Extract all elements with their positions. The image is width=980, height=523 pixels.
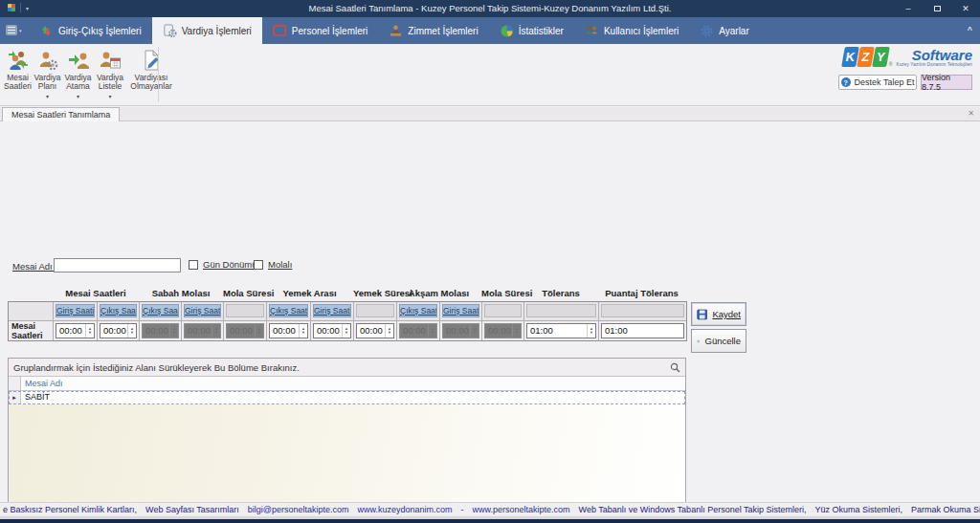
question-icon: ? (841, 77, 851, 87)
checkbox-icon[interactable] (189, 260, 198, 270)
column-header-button[interactable]: Giriş Saati (184, 304, 221, 317)
spinner-arrows-icon[interactable]: ▲▼ (342, 324, 350, 338)
group-by-panel[interactable]: Gruplandırmak İçin İstediğiniz Alanı Sür… (9, 359, 685, 377)
cikis-saati-spinner[interactable]: 00:00▲▼ (100, 323, 137, 338)
row-indicator-column (9, 377, 21, 390)
tab-vardiya-islemleri[interactable]: Vardiya İşlemleri (152, 17, 262, 44)
shift-list-calendar-icon (99, 49, 122, 72)
work-hours-people-icon (7, 49, 30, 72)
yemek-suresi-spinner[interactable]: 00:00▲▼ (356, 323, 394, 338)
website-link[interactable]: www.kuzeydonanim.com (357, 505, 452, 514)
grid-cell-mesai-adi[interactable]: SABİT (21, 391, 685, 404)
ribbon-button-label: Vardiya Atama (62, 74, 94, 91)
vardiyasi-olmayanlar-button[interactable]: Vardiyası Olmayanlar (126, 46, 176, 103)
group-header: Sabah Molası (139, 288, 223, 299)
doc-tab-mesai-saatleri-tanimlama[interactable]: Mesai Saatleri Tanımlama (2, 107, 120, 121)
logo-letter-y: Y (872, 47, 890, 67)
gun-donumu-checkbox[interactable]: Gün Dönümü (189, 259, 257, 270)
spinner-arrows-icon[interactable]: ▲▼ (85, 324, 94, 338)
vardiya-atama-button[interactable]: Vardiya Atama ▾ (62, 46, 94, 103)
tab-giris-cikis-islemleri[interactable]: Giriş-Çıkış İşlemleri (29, 17, 152, 44)
document-tab-strip: Mesai Saatleri Tanımlama ✕ (0, 107, 980, 121)
ribbon-collapse-button[interactable]: ^ (968, 25, 972, 34)
users-icon (585, 24, 599, 38)
mesai-saatleri-button[interactable]: Mesai Saatleri (3, 46, 33, 103)
in-out-arrows-icon (39, 24, 54, 38)
mesai-adi-input[interactable] (54, 258, 181, 272)
support-request-button[interactable]: ? Destek Talep Et (838, 75, 917, 90)
registered-mark: ® (889, 61, 893, 67)
spinner-arrows-icon[interactable]: ▲▼ (299, 324, 307, 338)
spinner-arrows-icon[interactable]: ▲▼ (127, 324, 136, 338)
tab-ayarlar[interactable]: Ayarlar (689, 17, 760, 44)
column-header-button[interactable]: Giriş Saati (313, 304, 351, 317)
group-header: Yemek Süresi (353, 288, 396, 299)
pie-chart-icon (500, 24, 514, 38)
status-bar: e Baskısız Personel Kimlik Kartları, Web… (0, 502, 980, 516)
maximize-button[interactable] (923, 0, 951, 17)
status-text: Web Tabanlı ve Windows Tabanlı Personel … (579, 505, 807, 514)
aksam-giris-spinner: 00:00▲▼ (442, 323, 479, 338)
group-header: Mesai Saatleri (53, 288, 139, 299)
search-icon[interactable] (670, 362, 680, 373)
group-header: Puantaj Tölerans (598, 288, 685, 299)
column-header-button[interactable]: Giriş Saati (56, 304, 95, 317)
email-link[interactable]: bilgi@personeltakipte.com (248, 505, 349, 514)
checkbox-label: Gün Dönümü (203, 259, 257, 270)
document-pencil-icon (140, 49, 163, 72)
vardiya-plani-button[interactable]: Vardiya Planı ▾ (33, 46, 62, 103)
column-header-button[interactable]: Giriş Saati (442, 304, 479, 317)
maximize-icon (934, 6, 941, 11)
ribbon-button-label: Vardiya Planı (33, 74, 62, 91)
minimize-button[interactable]: – (894, 0, 923, 17)
column-header-button[interactable]: Çıkış Saati (142, 304, 179, 317)
close-button[interactable]: ✕ (951, 0, 980, 17)
shift-assign-icon (67, 49, 90, 72)
yemek-giris-spinner[interactable]: 00:00▲▼ (313, 323, 351, 338)
personnel-badge-icon (273, 24, 287, 38)
app-menu-button[interactable]: ▾ (6, 25, 22, 35)
tolerans-spinner[interactable]: 01:00▲▼ (526, 323, 596, 338)
worktable-data-row: Mesai Saatleri 00:00▲▼ 00:00▲▼ 00:00▲▼ 0… (9, 320, 686, 340)
application-window: ▾ Mesai Saatleri Tanımlama - Kuzey Perso… (0, 0, 980, 523)
giris-saati-spinner[interactable]: 00:00▲▼ (56, 323, 95, 338)
save-button[interactable]: Kaydet (691, 302, 746, 326)
column-header-button[interactable]: Çıkış Saati (100, 304, 137, 317)
website-link[interactable]: www.personeltakipte.com (473, 505, 570, 514)
group-header: Mola Süresi (481, 288, 523, 299)
status-text: e Baskısız Personel Kimlik Kartları, (3, 505, 137, 514)
vardiya-listele-button[interactable]: Vardiya Listele ▾ (94, 46, 126, 103)
column-header-button[interactable]: Çıkış Saati (269, 304, 308, 317)
tab-istatistikler[interactable]: İstatistikler (489, 17, 574, 44)
spinner-arrows-icon: ▲▼ (470, 324, 479, 338)
tab-kullanici-islemleri[interactable]: Kullanıcı İşlemleri (574, 17, 689, 44)
column-header-blank (484, 304, 522, 317)
molali-checkbox[interactable]: Molalı (254, 259, 292, 270)
grid-row-sabit[interactable]: ▸ SABİT (9, 391, 685, 404)
doc-tab-close-icon[interactable]: ✕ (968, 109, 974, 118)
aksam-cikis-spinner: 00:00▲▼ (399, 323, 437, 338)
sabah-giris-spinner: 00:00▲▼ (184, 323, 221, 338)
update-button-label: Güncelle (705, 336, 742, 346)
spinner-arrows-icon: ▲▼ (212, 324, 220, 338)
tab-zimmet-islemleri[interactable]: Zimmet İşlemleri (378, 17, 488, 44)
spinner-arrows-icon[interactable]: ▲▼ (385, 324, 393, 338)
column-header-button[interactable]: Çıkış Saati (399, 304, 437, 317)
spinner-arrows-icon[interactable]: ▲▼ (587, 324, 595, 338)
tab-label: Personel İşlemleri (292, 26, 368, 36)
puantaj-tolerans-input[interactable]: 01:00 (601, 323, 684, 338)
yemek-cikis-spinner[interactable]: 00:00▲▼ (269, 323, 308, 338)
column-header-mesai-adi[interactable]: Mesai Adı (21, 377, 685, 390)
ribbon-button-label: Mesai Saatleri (3, 74, 33, 91)
worktable-subheader-row: Giriş Saati Çıkış Saati Çıkış Saati Giri… (9, 302, 686, 320)
checkbox-icon[interactable] (254, 260, 263, 270)
tab-label: Kullanıcı İşlemleri (604, 26, 679, 36)
column-header-blank (601, 304, 684, 317)
tab-label: Ayarlar (719, 26, 749, 36)
tab-label: Giriş-Çıkış İşlemleri (58, 26, 142, 36)
kzy-logo: K Z Y ® Software Kuzey Yazılım Donanım T… (838, 47, 972, 67)
update-button[interactable]: Güncelle (691, 329, 746, 353)
tab-personel-islemleri[interactable]: Personel İşlemleri (262, 17, 378, 44)
gear-icon (700, 24, 714, 38)
group-header: Mola Süresi (223, 288, 266, 299)
